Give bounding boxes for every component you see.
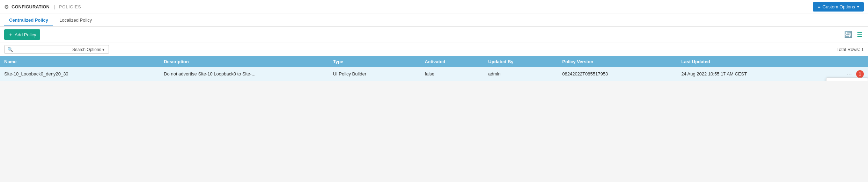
col-last-updated: Last Updated <box>677 56 840 67</box>
menu-item-view[interactable]: View <box>826 78 868 81</box>
policy-table: Name Description Type Activated Updated … <box>0 56 868 81</box>
search-input[interactable] <box>15 47 71 52</box>
refresh-button[interactable]: 🔄 <box>843 30 853 39</box>
toolbar-right: 🔄 ☰ <box>843 30 864 39</box>
table-container: Name Description Type Activated Updated … <box>0 56 868 81</box>
add-policy-button[interactable]: ＋ Add Policy <box>4 29 40 40</box>
caret-icon: ▾ <box>857 5 859 9</box>
search-mag-icon: 🔍 <box>7 47 13 52</box>
cell-last-updated: 24 Aug 2022 10:55:17 AM CEST <box>677 67 840 81</box>
actions-cell: ⋯ 1 View Preview Copy Edit Delete Activa… <box>840 67 868 81</box>
custom-options-label: Custom Options <box>823 4 855 9</box>
top-bar: ⚙ CONFIGURATION | POLICIES ≡ Custom Opti… <box>0 0 868 14</box>
add-policy-label: Add Policy <box>15 32 36 37</box>
custom-options-button[interactable]: ≡ Custom Options ▾ <box>813 2 864 12</box>
tabs-bar: Centralized Policy Localized Policy <box>0 14 868 27</box>
add-icon: ＋ <box>8 31 13 38</box>
separator: | <box>54 4 55 9</box>
refresh-icon: 🔄 <box>844 31 852 38</box>
last-updated-value: 24 Aug 2022 10:55:17 AM CEST <box>681 71 747 77</box>
tab-localized-policy[interactable]: Localized Policy <box>54 15 97 26</box>
table-row: Site-10_Loopback0_deny20_30 Do not adver… <box>0 67 868 81</box>
col-name: Name <box>0 56 160 67</box>
col-description: Description <box>160 56 329 67</box>
col-updated-by: Updated By <box>484 56 558 67</box>
top-bar-left: ⚙ CONFIGURATION | POLICIES <box>4 4 81 10</box>
context-menu: View Preview Copy Edit Delete Activate 2 <box>826 78 868 81</box>
search-bar: 🔍 Search Options ▾ Total Rows: 1 <box>0 43 868 56</box>
menu-icon: ☰ <box>857 31 862 38</box>
table-header-row: Name Description Type Activated Updated … <box>0 56 868 67</box>
row-actions-button[interactable]: ⋯ <box>844 70 854 78</box>
col-actions <box>840 56 868 67</box>
search-options-caret: ▾ <box>102 47 104 52</box>
search-options-label: Search Options <box>72 47 101 52</box>
row-badge: 1 <box>856 70 864 78</box>
list-icon: ≡ <box>818 4 821 9</box>
total-rows: Total Rows: 1 <box>837 47 864 52</box>
policies-label: POLICIES <box>59 5 81 9</box>
cell-activated: false <box>421 67 484 81</box>
cell-updated-by: admin <box>484 67 558 81</box>
cell-description: Do not advertise Site-10 Loopback0 to Si… <box>160 67 329 81</box>
col-type: Type <box>329 56 421 67</box>
col-activated: Activated <box>421 56 484 67</box>
cell-name: Site-10_Loopback0_deny20_30 <box>0 67 160 81</box>
col-policy-version: Policy Version <box>558 56 677 67</box>
toolbar: ＋ Add Policy 🔄 ☰ <box>0 27 868 43</box>
search-options-button[interactable]: Search Options ▾ <box>71 47 106 52</box>
search-input-wrapper: 🔍 Search Options ▾ <box>4 45 109 54</box>
tab-centralized-policy[interactable]: Centralized Policy <box>4 15 53 26</box>
cell-type: UI Policy Builder <box>329 67 421 81</box>
config-label: CONFIGURATION <box>12 4 50 9</box>
gear-icon: ⚙ <box>4 4 9 10</box>
cell-policy-version: 08242022T085517953 <box>558 67 677 81</box>
menu-button[interactable]: ☰ <box>855 30 864 39</box>
